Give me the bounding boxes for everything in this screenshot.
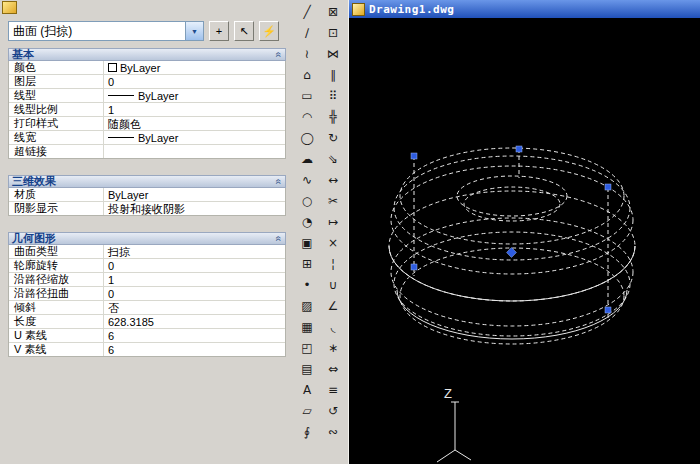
toggle-pickadd-button[interactable]: + [209,21,229,41]
rectangle-button[interactable]: ▭ [297,85,318,106]
offset-button[interactable]: ∥ [323,64,344,85]
stretch-button[interactable]: ↔ [323,169,344,190]
property-label: 线型比例 [9,103,104,116]
object-type-dropdown[interactable]: 曲面 (扫掠) ▼ [8,21,204,41]
grip[interactable] [411,264,417,270]
property-value[interactable]: 0 [104,75,285,88]
ellipse-arc-button[interactable]: ◔ [297,211,318,232]
property-value[interactable] [104,145,285,158]
fillet-button[interactable]: ◟ [323,316,344,337]
property-value[interactable]: 随颜色 [104,117,285,130]
property-value[interactable]: 否 [104,301,285,314]
property-label: 轮廓旋转 [9,259,104,272]
property-value[interactable]: 1 [104,273,285,286]
break-at-point-button[interactable]: × [323,232,344,253]
spline-button[interactable]: ∿ [297,169,318,190]
property-label: 线型 [9,89,104,102]
join-button[interactable]: ∪ [323,274,344,295]
property-value-text: 投射和接收阴影 [108,203,185,215]
make-block-icon: ⊞ [302,258,312,270]
section-header[interactable]: 三维效果« [8,175,286,188]
quick-select-button[interactable]: ⚡ [259,21,279,41]
rotate-3d-button[interactable]: ↺ [323,400,344,421]
circle-button[interactable]: ◯ [297,127,318,148]
grip[interactable] [605,307,611,313]
section-header[interactable]: 基本« [8,48,286,61]
table-button[interactable]: ▤ [297,358,318,379]
property-row: 倾斜否 [9,300,285,314]
drawing-canvas[interactable]: Z [349,18,700,464]
align-button[interactable]: ≡ [323,379,344,400]
wipeout-button[interactable]: ▱ [297,400,318,421]
collapse-chevron-icon[interactable]: « [273,48,284,62]
collapse-chevron-icon[interactable]: « [273,175,284,189]
chamfer-button[interactable]: ∠ [323,295,344,316]
copy-button[interactable]: ⊡ [323,22,344,43]
point-button[interactable]: • [297,274,318,295]
revision-cloud-button[interactable]: ☁ [297,148,318,169]
model-viewport: Z [349,18,700,464]
grip[interactable] [411,153,417,159]
property-value[interactable]: 628.3185 [104,315,285,328]
make-block-button[interactable]: ⊞ [297,253,318,274]
polygon-button[interactable]: ⌂ [297,64,318,85]
property-value[interactable]: ByLayer [104,188,285,201]
rotate-button[interactable]: ↻ [323,127,344,148]
polyline-button[interactable]: ≀ [297,43,318,64]
property-value-text: 628.3185 [108,316,154,328]
center-grip[interactable] [507,248,517,258]
property-value-text: 6 [108,344,114,356]
select-objects-icon: ↖ [239,25,248,38]
ellipse-button[interactable]: ○ [297,190,318,211]
property-row: 长度628.3185 [9,314,285,328]
hatch-button[interactable]: ▨ [297,295,318,316]
explode-button[interactable]: ∗ [323,337,344,358]
erase-button[interactable]: ⊠ [323,1,344,22]
lengthen-button[interactable]: ⇔ [323,358,344,379]
property-value[interactable]: 6 [104,329,285,342]
insert-block-button[interactable]: ▣ [297,232,318,253]
property-label: 线宽 [9,131,104,144]
gradient-button[interactable]: ▦ [297,316,318,337]
scale-button[interactable]: ⇘ [323,148,344,169]
object-type-value: 曲面 (扫掠) [9,23,185,40]
section-title: 基本 [9,49,271,60]
region-button[interactable]: ◰ [297,337,318,358]
property-value[interactable]: 投射和接收阴影 [104,202,285,215]
property-value[interactable]: 0 [104,287,285,300]
construction-line-button[interactable]: ∕ [297,22,318,43]
extend-button[interactable]: ↦ [323,211,344,232]
property-label: 曲面类型 [9,245,104,258]
property-label: 沿路径缩放 [9,273,104,286]
property-label: 阴影显示 [9,202,104,215]
trim-button[interactable]: ✂ [323,190,344,211]
join-icon: ∪ [329,279,338,291]
break-button[interactable]: ¦ [323,253,344,274]
line-button[interactable]: ╱ [297,1,318,22]
collapse-chevron-icon[interactable]: « [273,232,284,246]
property-value[interactable]: 1 [104,103,285,116]
property-value[interactable]: 扫掠 [104,245,285,258]
drawing-window: Drawing1.dwg [348,0,700,464]
property-value[interactable]: 0 [104,259,285,272]
grip[interactable] [605,184,611,190]
drawing-titlebar[interactable]: Drawing1.dwg [349,0,700,18]
property-value[interactable]: ByLayer [104,61,285,74]
property-value[interactable]: ByLayer [104,131,285,144]
property-value[interactable]: 6 [104,343,285,356]
helix-button[interactable]: ∮ [297,421,318,442]
section-header[interactable]: 几何图形« [8,232,286,245]
blend-button[interactable]: ∾ [323,421,344,442]
select-objects-button[interactable]: ↖ [234,21,254,41]
array-button[interactable]: ⠿ [323,85,344,106]
break-at-point-icon: × [328,237,338,249]
mirror-button[interactable]: ⋈ [323,43,344,64]
arc-button[interactable]: ◠ [297,106,318,127]
property-value[interactable]: ByLayer [104,89,285,102]
multiline-text-button[interactable]: A [297,379,318,400]
dwg-file-icon [352,3,365,16]
grip[interactable] [516,146,522,152]
chevron-down-icon[interactable]: ▼ [185,22,203,40]
move-button[interactable]: ╬ [323,106,344,127]
property-label: 打印样式 [9,117,104,130]
